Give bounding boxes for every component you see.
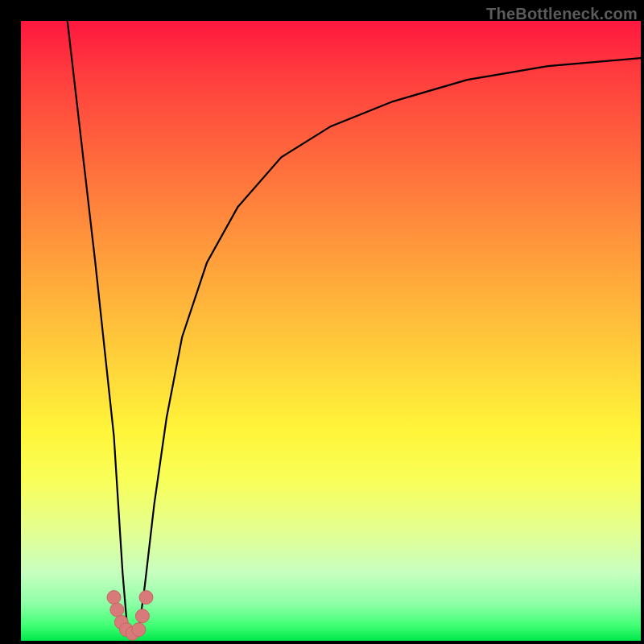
marker-cluster [107,591,153,641]
plot-area [21,21,641,641]
chart-frame: TheBottleneck.com [0,0,644,644]
curve-layer [21,21,641,641]
right-cluster-1 [132,623,146,637]
bottleneck-curve [68,21,641,631]
left-cluster-1 [107,591,121,605]
right-cluster-3 [139,591,153,605]
curve-left-branch [68,21,128,631]
attribution-text: TheBottleneck.com [486,5,638,23]
left-cluster-2 [110,603,124,617]
curve-right-branch [138,58,641,631]
right-cluster-2 [135,609,149,623]
